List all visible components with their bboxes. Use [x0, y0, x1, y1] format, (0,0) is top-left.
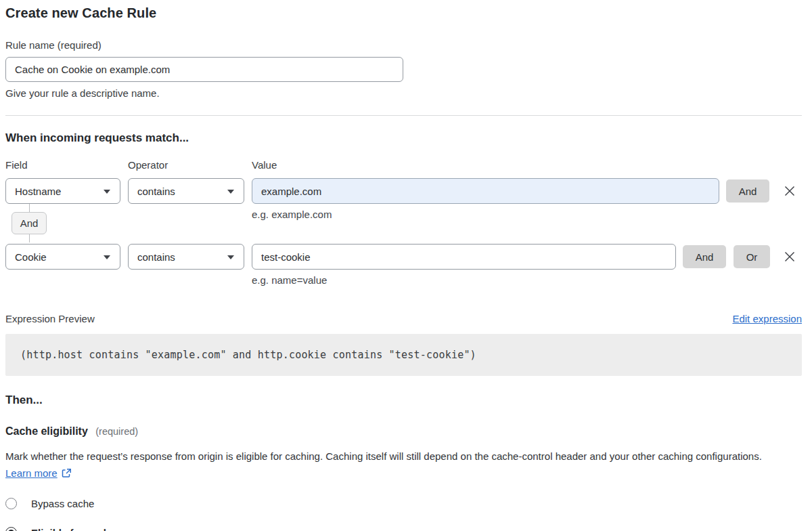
radio-unselected-icon[interactable]: [5, 498, 17, 509]
cache-eligibility-title: Cache eligibility: [5, 425, 88, 437]
expression-preview-label: Expression Preview: [5, 313, 95, 324]
chevron-down-icon: [104, 190, 110, 194]
eligible-for-cache-option[interactable]: Eligible for cache: [5, 527, 802, 531]
add-and-condition-button[interactable]: And: [726, 179, 769, 203]
chevron-down-icon: [227, 255, 234, 259]
radio-selected-icon[interactable]: [5, 527, 17, 531]
external-link-icon: [62, 468, 72, 478]
expression-preview-code: (http.host contains "example.com" and ht…: [5, 334, 802, 376]
description-text: Mark whether the request’s response from…: [5, 450, 762, 462]
field-select[interactable]: Cookie: [5, 244, 120, 270]
chevron-down-icon: [104, 255, 110, 259]
field-select-value: Cookie: [15, 251, 47, 263]
section-divider: [5, 115, 802, 116]
operator-select[interactable]: contains: [128, 178, 244, 204]
rule-name-input[interactable]: [5, 57, 403, 82]
close-icon: [784, 251, 796, 263]
condition-row: Hostname contains e.g. example.com And: [5, 178, 802, 220]
remove-condition-button[interactable]: [782, 249, 798, 265]
and-connector-badge[interactable]: And: [12, 212, 47, 234]
value-column-label: Value: [252, 159, 802, 171]
operator-column-label: Operator: [128, 159, 252, 171]
create-cache-rule-page: Create new Cache Rule Rule name (require…: [0, 0, 812, 531]
conditions-builder: Field Operator Value And Hostname contai…: [5, 159, 802, 286]
expression-preview-header: Expression Preview Edit expression: [5, 313, 802, 324]
condition-column-labels: Field Operator Value: [5, 159, 802, 171]
chevron-down-icon: [227, 190, 234, 194]
remove-condition-button[interactable]: [782, 183, 798, 199]
cache-eligibility-description: Mark whether the request’s response from…: [5, 448, 790, 482]
cache-eligibility-header: Cache eligibility (required): [5, 425, 802, 438]
required-tag: (required): [95, 426, 138, 437]
match-heading: When incoming requests match...: [5, 131, 802, 145]
field-select[interactable]: Hostname: [5, 178, 120, 204]
condition-row: Cookie contains e.g. name=value And Or: [5, 244, 802, 286]
field-select-value: Hostname: [15, 186, 61, 197]
rule-name-label: Rule name (required): [5, 39, 802, 51]
eligible-for-cache-label: Eligible for cache: [31, 527, 115, 531]
bypass-cache-option[interactable]: Bypass cache: [5, 498, 802, 509]
bypass-cache-label: Bypass cache: [31, 498, 94, 509]
field-column-label: Field: [5, 159, 128, 171]
page-title: Create new Cache Rule: [5, 5, 802, 21]
operator-select-value: contains: [137, 251, 175, 263]
value-field-group: e.g. example.com: [252, 178, 719, 220]
value-input[interactable]: [252, 244, 676, 270]
operator-select-value: contains: [137, 186, 175, 197]
value-hint: e.g. example.com: [252, 209, 719, 220]
value-input[interactable]: [252, 178, 719, 204]
close-icon: [784, 185, 796, 197]
add-and-condition-button[interactable]: And: [683, 245, 726, 268]
learn-more-link[interactable]: Learn more: [5, 467, 58, 479]
add-or-condition-button[interactable]: Or: [734, 245, 770, 268]
then-heading: Then...: [5, 394, 802, 407]
operator-select[interactable]: contains: [128, 244, 244, 270]
value-hint: e.g. name=value: [252, 274, 676, 286]
rule-name-help: Give your rule a descriptive name.: [5, 87, 802, 99]
edit-expression-link[interactable]: Edit expression: [732, 313, 802, 324]
value-field-group: e.g. name=value: [252, 244, 676, 286]
